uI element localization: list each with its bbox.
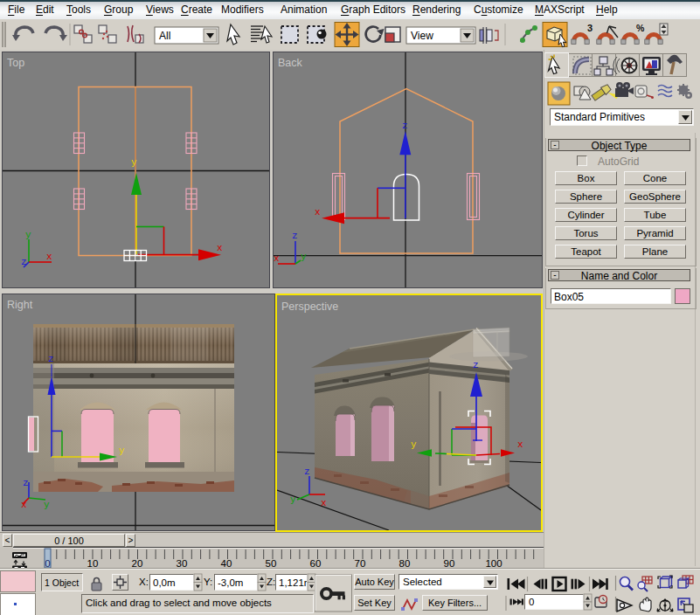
svg-text:z: z <box>304 466 310 477</box>
svg-text:0: 0 <box>45 558 50 568</box>
svg-text:z: z <box>23 478 29 488</box>
svg-text:Back: Back <box>278 57 303 69</box>
svg-text:Top: Top <box>7 57 24 69</box>
svg-text:Perspective: Perspective <box>281 301 338 313</box>
svg-text:View: View <box>411 30 433 42</box>
svg-text:y: y <box>131 157 137 168</box>
svg-text:60: 60 <box>310 558 322 568</box>
svg-text:z: z <box>21 257 27 267</box>
svg-text:%: % <box>636 23 645 33</box>
svg-text:y: y <box>411 439 417 450</box>
svg-text:y: y <box>119 446 125 456</box>
svg-text:All: All <box>159 30 170 42</box>
svg-text:90: 90 <box>444 558 455 568</box>
svg-text:z: z <box>473 360 479 370</box>
svg-text:3: 3 <box>587 23 593 33</box>
svg-text:z: z <box>48 354 54 364</box>
svg-text:x: x <box>46 252 52 262</box>
svg-text:10: 10 <box>87 558 99 568</box>
svg-text:100: 100 <box>485 558 502 568</box>
svg-text:x: x <box>21 500 27 510</box>
svg-text:Right: Right <box>7 299 33 311</box>
svg-text:70: 70 <box>355 558 366 568</box>
svg-text:z: z <box>292 231 298 241</box>
svg-text:y: y <box>44 500 50 510</box>
svg-text:x: x <box>321 498 327 508</box>
svg-text:y: y <box>25 230 31 240</box>
svg-text:80: 80 <box>399 558 411 568</box>
svg-text:x: x <box>517 439 523 450</box>
svg-text:x: x <box>217 243 223 253</box>
svg-text:40: 40 <box>221 558 232 568</box>
svg-text:30: 30 <box>177 558 188 568</box>
svg-text:y: y <box>301 252 307 262</box>
svg-text:20: 20 <box>132 558 143 568</box>
svg-text:50: 50 <box>266 558 277 568</box>
svg-text:z: z <box>402 121 408 131</box>
svg-text:x: x <box>315 207 321 218</box>
svg-text:x: x <box>274 253 280 264</box>
svg-text:y: y <box>290 494 296 505</box>
